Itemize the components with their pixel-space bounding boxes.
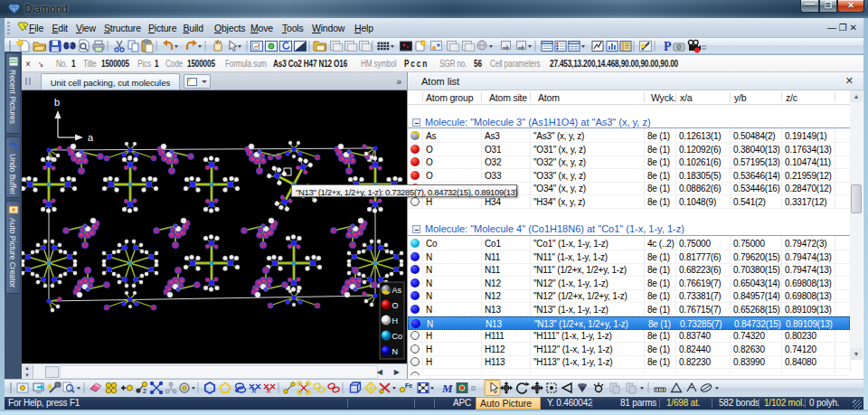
svg-text:2: 2 — [143, 388, 146, 394]
svg-text:As: As — [392, 286, 402, 295]
svg-text:Co: Co — [392, 332, 403, 341]
svg-text:b: b — [54, 97, 60, 108]
svg-text:P: P — [664, 40, 672, 53]
svg-text:N: N — [392, 347, 399, 356]
svg-text:H: H — [392, 316, 399, 325]
svg-text:M: M — [441, 382, 453, 395]
svg-text:Fe: Fe — [405, 382, 412, 389]
svg-text:O: O — [392, 301, 399, 310]
svg-text:a: a — [88, 132, 94, 143]
